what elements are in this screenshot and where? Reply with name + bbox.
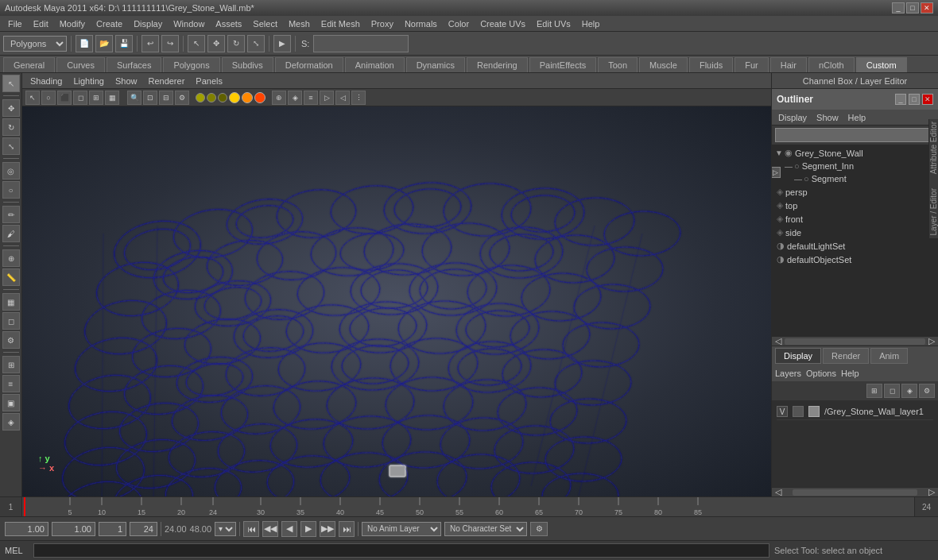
menu-color[interactable]: Color — [444, 17, 474, 30]
lower-hscroll[interactable]: ◁ ▷ — [772, 487, 938, 496]
mel-input[interactable] — [33, 543, 769, 558]
tree-item-segment[interactable]: — ○ Segment — [772, 172, 938, 185]
side-tab-layer[interactable]: Layer / Editor — [928, 182, 938, 241]
vp-btn-6[interactable]: ▦ — [105, 91, 119, 105]
soft-select-button[interactable]: ◎ — [2, 162, 20, 180]
lower-menu-help[interactable]: Help — [841, 369, 859, 378]
outliner-search-input[interactable] — [775, 128, 935, 142]
lasso-button[interactable]: ○ — [2, 181, 20, 199]
right-panel-icon-2[interactable]: ▷ — [772, 167, 781, 178]
icon-btn-2[interactable]: ≡ — [2, 375, 20, 392]
tab-rendering[interactable]: Rendering — [467, 57, 528, 72]
layer-visibility-v[interactable]: V — [777, 406, 788, 417]
undo-button[interactable]: ↩ — [141, 35, 159, 52]
tab-toon[interactable]: Toon — [598, 57, 638, 72]
character-set-select[interactable]: No Character Set — [444, 522, 527, 536]
transport-goto-end[interactable]: ⏭ — [339, 521, 355, 537]
menu-create[interactable]: Create — [91, 17, 127, 30]
tab-painteffects[interactable]: PaintEffects — [529, 57, 597, 72]
close-button[interactable]: ✕ — [921, 2, 933, 14]
layer-btn-3[interactable]: ◈ — [901, 384, 917, 398]
maximize-button[interactable]: □ — [906, 2, 919, 14]
transport-play-back[interactable]: ◀ — [281, 521, 297, 537]
layer-button[interactable]: ▦ — [2, 293, 20, 311]
vp-btn-12[interactable]: ◈ — [288, 91, 302, 105]
select-button[interactable]: ↖ — [188, 35, 205, 52]
tree-item-segment-inn[interactable]: — ○ Segment_Inn — [772, 160, 938, 172]
frame-end-input[interactable] — [130, 522, 157, 536]
tree-item-top[interactable]: ◈ top — [772, 199, 938, 212]
tab-animation[interactable]: Animation — [345, 57, 405, 72]
menu-mesh[interactable]: Mesh — [284, 17, 315, 30]
tab-polygons[interactable]: Polygons — [163, 57, 219, 72]
layer-btn-2[interactable]: ◻ — [884, 384, 900, 398]
scale-tool-button[interactable]: ⤡ — [2, 137, 20, 155]
tab-ncloth[interactable]: nCloth — [808, 57, 855, 72]
timeline-ruler[interactable]: 5 10 15 20 24 30 35 40 45 — [22, 497, 914, 516]
tab-fur[interactable]: Fur — [735, 57, 769, 72]
layer-btn-1[interactable]: ⊞ — [866, 384, 882, 398]
lower-tab-render[interactable]: Render — [823, 348, 869, 364]
tree-item-grey-stone-wall[interactable]: ▼ ◉ Grey_Stone_Wall — [772, 146, 938, 160]
icon-btn-1[interactable]: ⊞ — [2, 356, 20, 373]
measure-button[interactable]: 📏 — [2, 268, 20, 286]
tree-item-default-light-set[interactable]: ◑ defaultLightSet — [772, 239, 938, 253]
vp-menu-renderer[interactable]: Renderer — [143, 75, 189, 87]
hscroll-left-btn[interactable]: ◁ — [775, 336, 781, 346]
outliner-maximize[interactable]: □ — [909, 94, 920, 105]
outliner-menu-help[interactable]: Help — [845, 111, 870, 124]
layout-select[interactable]: Polygons — [3, 36, 67, 52]
vp-btn-9[interactable]: ⊟ — [159, 91, 173, 105]
scale-button[interactable]: ⤡ — [247, 35, 265, 52]
tab-surfaces[interactable]: Surfaces — [107, 57, 161, 72]
vp-btn-7[interactable]: 🔍 — [127, 91, 141, 105]
tree-item-side[interactable]: ◈ side — [772, 226, 938, 239]
vp-btn-4[interactable]: ◻ — [73, 91, 87, 105]
anim-layer-select[interactable]: No Anim Layer — [362, 522, 441, 536]
speed-select[interactable]: ▾ — [215, 522, 236, 536]
vp-btn-15[interactable]: ◁ — [335, 91, 350, 105]
save-button[interactable]: 💾 — [115, 35, 133, 52]
vp-btn-11[interactable]: ⊕ — [272, 91, 286, 105]
tab-subdivs[interactable]: Subdivs — [222, 57, 273, 72]
menu-create-uvs[interactable]: Create UVs — [475, 17, 530, 30]
frame-input[interactable] — [99, 522, 126, 536]
lower-tab-anim[interactable]: Anim — [870, 348, 908, 364]
tab-muscle[interactable]: Muscle — [639, 57, 688, 72]
menu-assets[interactable]: Assets — [211, 17, 246, 30]
tab-hair[interactable]: Hair — [770, 57, 807, 72]
viewport[interactable]: ↑ y → x — [22, 106, 771, 496]
new-scene-button[interactable]: 📄 — [76, 35, 93, 52]
menu-edit[interactable]: Edit — [29, 17, 53, 30]
tree-item-default-object-set[interactable]: ◑ defaultObjectSet — [772, 253, 938, 266]
vp-btn-10[interactable]: ⚙ — [175, 91, 189, 105]
menu-window[interactable]: Window — [169, 17, 209, 30]
menu-edit-uvs[interactable]: Edit UVs — [532, 17, 576, 30]
vp-menu-lighting[interactable]: Lighting — [68, 75, 109, 87]
open-button[interactable]: 📂 — [95, 35, 113, 52]
menu-file[interactable]: File — [3, 17, 27, 30]
vp-menu-show[interactable]: Show — [110, 75, 142, 87]
tab-deformation[interactable]: Deformation — [275, 57, 343, 72]
transport-step-forward[interactable]: ▶▶ — [320, 521, 335, 537]
render-button[interactable]: ▶ — [273, 35, 291, 52]
tab-custom[interactable]: Custom — [856, 57, 907, 72]
outliner-menu-show[interactable]: Show — [813, 111, 842, 124]
menu-select[interactable]: Select — [248, 17, 282, 30]
lower-menu-layers[interactable]: Layers — [775, 369, 801, 378]
lower-hscroll-left[interactable]: ◁ — [775, 487, 781, 496]
icon-btn-3[interactable]: ▣ — [2, 394, 20, 411]
icon-btn-4[interactable]: ◈ — [2, 413, 20, 431]
vp-btn-5[interactable]: ⊞ — [89, 91, 103, 105]
lower-hscroll-right[interactable]: ▷ — [928, 487, 935, 496]
range-start-input[interactable] — [5, 522, 48, 536]
layer-btn-4[interactable]: ⚙ — [919, 384, 935, 398]
rotate-tool-button[interactable]: ↻ — [2, 118, 20, 136]
lower-tab-display[interactable]: Display — [775, 348, 821, 364]
lower-menu-options[interactable]: Options — [806, 369, 836, 378]
current-time-input[interactable] — [52, 522, 95, 536]
menu-help[interactable]: Help — [577, 17, 605, 30]
vp-btn-14[interactable]: ▷ — [320, 91, 334, 105]
tab-curves[interactable]: Curves — [56, 57, 105, 72]
vp-menu-panels[interactable]: Panels — [191, 75, 227, 87]
